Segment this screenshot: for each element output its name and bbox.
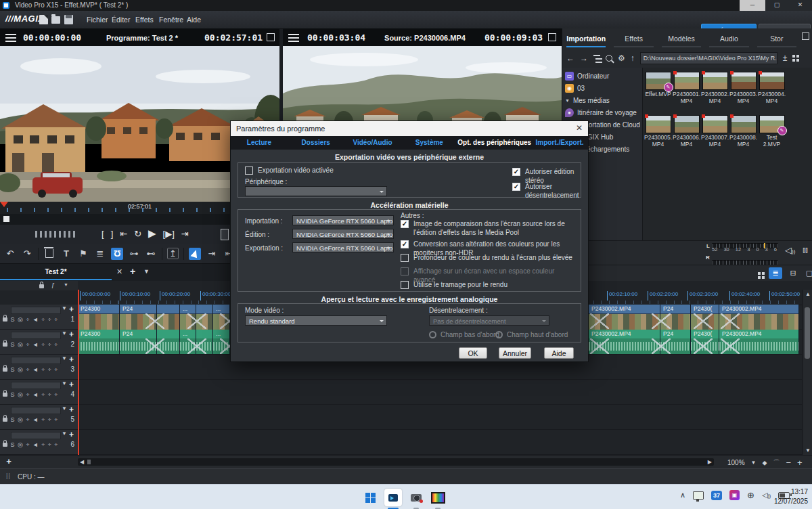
solo-button[interactable]: S [11, 391, 15, 398]
jog-shuttle[interactable] [35, 231, 77, 238]
file-item[interactable]: P2430005. MP4 [644, 115, 672, 148]
add-object-icon[interactable]: + [69, 380, 74, 389]
solo-button[interactable]: S [11, 366, 15, 373]
tab-stores[interactable]: Stor [757, 31, 796, 47]
zoom-in-icon[interactable]: + [797, 458, 803, 468]
search-icon[interactable] [606, 55, 612, 62]
fader-icon[interactable]: ÷ [41, 341, 45, 348]
track-6-lane[interactable] [78, 430, 802, 455]
volume-curve-icon[interactable]: ÷ [26, 416, 29, 423]
sidebar-item-itineraire[interactable]: ● Itinéraire de voyage [565, 107, 637, 118]
options-gear-icon[interactable]: ⚙ [618, 53, 625, 63]
mouse-mode-icon[interactable] [189, 248, 201, 260]
track-name-field[interactable] [11, 357, 61, 364]
timeline-playhead[interactable] [78, 290, 79, 455]
text-tool-icon[interactable]: T [60, 248, 72, 260]
fader-icon[interactable]: ÷ [48, 441, 51, 448]
zoom-dropdown-icon[interactable]: ▼ [751, 460, 757, 466]
fader-icon[interactable]: ÷ [48, 316, 51, 323]
play-range-icon[interactable]: [▶] [163, 229, 175, 239]
tab-importation[interactable]: Importation [566, 31, 606, 47]
lock-icon[interactable] [3, 443, 7, 447]
photo-app-tray-icon[interactable]: ▣ [729, 490, 740, 500]
mute-icon[interactable]: ◄ [32, 316, 39, 323]
scrub-playhead[interactable] [0, 202, 8, 207]
slider-thumb[interactable] [3, 216, 9, 222]
track-name-field[interactable] [11, 432, 61, 439]
fader-icon[interactable]: ÷ [41, 416, 45, 423]
menu-editer[interactable]: Éditer [110, 16, 131, 24]
keyframe-icon[interactable]: ƒ [51, 282, 55, 288]
object-marker-icon[interactable]: ≣ [94, 248, 106, 260]
add-object-icon[interactable]: + [69, 430, 74, 439]
file-item[interactable]: P2430001. MP4 [673, 72, 700, 105]
mute-icon[interactable]: ◄ [32, 416, 39, 423]
track-name-field[interactable] [11, 407, 61, 414]
zoom-level[interactable]: 100% [727, 459, 745, 466]
lock-icon[interactable] [3, 317, 7, 322]
fader-icon[interactable]: ÷ [54, 391, 58, 398]
dialog-tab-video-audio[interactable]: Vidéo/Audio [344, 136, 401, 150]
sidebar-item-ordinateur[interactable]: ▭ Ordinateur [565, 70, 609, 82]
mute-icon[interactable]: ◄ [32, 391, 39, 398]
speaker-icon[interactable]: ◁)) [785, 245, 795, 255]
checkbox-export-video[interactable]: Exportation vidéo activée [245, 167, 334, 175]
dialog-tab-lecture[interactable]: Lecture [231, 136, 288, 150]
lock-icon[interactable] [3, 418, 7, 422]
new-file-icon[interactable] [39, 15, 48, 24]
scroll-down-icon[interactable]: ▼ [805, 447, 811, 453]
device-dropdown[interactable] [245, 186, 387, 196]
taskbar-app-active[interactable] [384, 489, 402, 506]
checkbox-dithering[interactable]: Utilise le tramage pour le rendu [401, 281, 578, 290]
checkbox-color-depth[interactable]: Profondeur de couleur du rendu à l'écran… [401, 254, 578, 263]
view-scene-icon[interactable]: ⊟ [786, 267, 800, 279]
jump-end-icon[interactable]: ⇥ [181, 229, 189, 239]
scroll-left-icon[interactable]: ◀ [80, 459, 84, 465]
mixer-icon[interactable]: ⫾⫾ [803, 245, 808, 255]
solo-button[interactable]: S [11, 341, 15, 348]
help-button[interactable]: Aide [544, 347, 574, 359]
track-name-field[interactable] [11, 332, 61, 339]
view-multicam-icon[interactable]: ▢ [803, 267, 812, 279]
project-tab[interactable]: Test 2* [0, 265, 112, 280]
track-4-lane[interactable] [78, 380, 802, 405]
play-icon[interactable]: ▶ [148, 227, 156, 240]
chevron-down-icon[interactable]: ▼ [64, 282, 68, 287]
chevron-down-icon[interactable]: ▼ [62, 405, 67, 412]
new-project-icon[interactable]: + [130, 266, 135, 277]
audio-clip[interactable]: P24300 [78, 330, 120, 354]
ok-button[interactable]: OK [459, 347, 487, 359]
fader-icon[interactable]: ÷ [48, 366, 51, 373]
volume-curve-icon[interactable]: ÷ [26, 341, 29, 348]
scroll-right-icon[interactable]: ▶ [708, 459, 712, 465]
file-item[interactable]: P2430007. MP4 [701, 115, 729, 148]
add-object-icon[interactable]: + [69, 355, 74, 364]
tab-modeles[interactable]: Modèles [662, 31, 701, 47]
file-item[interactable]: ✎ Test 2.MVP [758, 115, 786, 148]
import-icon[interactable]: ± [783, 53, 788, 63]
source-menu-icon[interactable] [288, 34, 299, 35]
timeline-horizontal-scrollbar[interactable]: ◀ ▶ [78, 458, 714, 466]
import-gpu-dropdown[interactable]: NVIDIA GeForce RTX 5060 Lapto... [292, 215, 394, 225]
mute-icon[interactable]: ◄ [32, 366, 39, 373]
undock-panel-icon[interactable] [802, 32, 809, 40]
close-project-icon[interactable]: ✕ [116, 267, 122, 276]
taskbar-app-camera[interactable] [407, 489, 425, 506]
object-insert-icon[interactable]: ↥ [167, 248, 179, 259]
fader-icon[interactable]: ÷ [41, 316, 45, 323]
scroll-up-icon[interactable]: ▲ [805, 291, 811, 297]
chevron-down-icon[interactable]: ▼ [62, 430, 67, 437]
chevron-down-icon[interactable]: ▼ [62, 330, 67, 336]
menu-aide[interactable]: Aide [185, 16, 202, 24]
volume-curve-icon[interactable]: ÷ [26, 441, 29, 448]
redo-icon[interactable]: ↷ [21, 248, 33, 260]
visibility-icon[interactable]: ◎ [18, 416, 23, 423]
tab-effets[interactable]: Effets [614, 31, 653, 47]
track-name-field[interactable] [11, 382, 61, 389]
video-clip[interactable]: P24300 [78, 305, 120, 329]
fader-icon[interactable]: ÷ [54, 366, 58, 373]
loop-icon[interactable]: ↻ [134, 229, 141, 239]
delete-icon[interactable] [43, 248, 55, 260]
taskbar-app-video[interactable] [429, 489, 447, 506]
solo-button[interactable]: S [11, 416, 15, 423]
